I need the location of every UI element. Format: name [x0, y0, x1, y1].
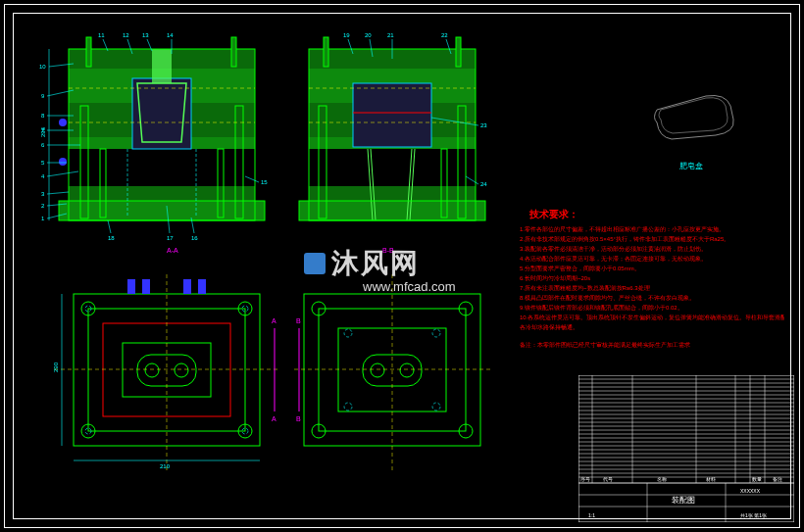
svg-rect-104 [183, 279, 191, 294]
svg-text:24: 24 [480, 181, 487, 187]
watermark: 沐风网 [304, 245, 420, 282]
svg-point-124 [432, 329, 440, 337]
svg-point-117 [371, 363, 384, 377]
svg-text:4: 4 [41, 173, 45, 179]
svg-point-126 [432, 403, 440, 411]
drawing-name: 装配图 [672, 496, 695, 505]
svg-point-92 [145, 363, 159, 377]
svg-text:17: 17 [167, 235, 174, 241]
svg-text:8: 8 [41, 113, 45, 119]
svg-point-123 [344, 329, 352, 337]
svg-rect-105 [198, 279, 206, 294]
watermark-logo-icon [304, 253, 326, 274]
title-block: 序号 代号 名称 材料 数量 备注 装配图 XXXXXX 共1张 第1张 1:1 [578, 375, 794, 522]
svg-text:2: 2 [41, 203, 45, 209]
svg-text:19: 19 [343, 32, 350, 38]
svg-text:16: 16 [191, 235, 198, 241]
svg-text:备注: 备注 [773, 476, 782, 482]
svg-rect-71 [456, 37, 461, 67]
svg-text:6: 6 [41, 142, 45, 148]
svg-text:B: B [296, 317, 301, 324]
svg-text:21: 21 [387, 32, 394, 38]
svg-text:7.所有未注表面粗糙度均~数总装配前按Ra6.3处理: 7.所有未注表面粗糙度均~数总装配前按Ra6.3处理 [520, 284, 650, 291]
svg-text:各冷却水路保持畅通。: 各冷却水路保持畅通。 [520, 324, 578, 330]
svg-text:9.镶件镶配后镶件背部必须和镶配孔底面贴合，间隙小于0.02: 9.镶件镶配后镶件背部必须和镶配孔底面贴合，间隙小于0.02。 [520, 304, 683, 311]
dim-width: 210 [160, 463, 171, 469]
bom-rows [578, 375, 794, 483]
drawing-no: XXXXXX [740, 488, 761, 494]
svg-line-27 [47, 192, 69, 194]
svg-rect-5 [59, 201, 265, 220]
notes-title: 技术要求： [528, 209, 578, 219]
svg-line-51 [245, 176, 259, 182]
svg-text:1: 1 [41, 216, 45, 221]
section-label-aa: A-A [167, 247, 178, 254]
svg-rect-103 [142, 279, 150, 294]
svg-text:15: 15 [261, 179, 268, 185]
svg-text:13: 13 [142, 32, 149, 38]
svg-text:数量: 数量 [752, 476, 762, 482]
svg-text:14: 14 [167, 32, 174, 38]
svg-rect-70 [324, 37, 328, 67]
svg-text:1.零件各部位的尺寸偏差，不得超出相应标准广播公差的：小孔应: 1.零件各部位的尺寸偏差，不得超出相应标准广播公差的：小孔应按更严实施。 [520, 225, 725, 232]
watermark-url: www.mfcad.com [363, 279, 456, 294]
svg-text:3.装配前各零件必须清洁干净，活动部分必须加注黄油润滑，防止: 3.装配前各零件必须清洁干净，活动部分必须加注黄油润滑，防止划伤。 [520, 245, 707, 252]
svg-text:12: 12 [123, 32, 129, 38]
svg-rect-13 [86, 37, 91, 67]
svg-text:9: 9 [41, 93, 45, 99]
svg-line-57 [108, 220, 111, 233]
svg-rect-102 [127, 279, 135, 294]
svg-text:11: 11 [98, 32, 105, 38]
technical-notes: 技术要求： 1.零件各部位的尺寸偏差，不得超出相应标准广播公差的：小孔应按更严实… [520, 206, 784, 372]
svg-text:5.分型面要求严密整合，间隙要小于0.05mm。: 5.分型面要求严密整合，间隙要小于0.05mm。 [520, 265, 640, 271]
svg-text:备注：本零部件图纸已经尺寸审核并能满足最终实际生产加工需求: 备注：本零部件图纸已经尺寸审核并能满足最终实际生产加工需求 [520, 341, 690, 348]
svg-text:6.长时间均匀冷却周期~20s: 6.长时间均匀冷却周期~20s [520, 275, 590, 281]
svg-text:B: B [296, 415, 301, 422]
svg-text:8.模具凸凹部件在配时要求间隙均匀、严丝合缝，不许有发白现象: 8.模具凸凹部件在配时要求间隙均匀、严丝合缝，不许有发白现象。 [520, 294, 695, 301]
svg-point-16 [59, 158, 67, 166]
svg-rect-64 [353, 83, 431, 147]
svg-text:1:1: 1:1 [588, 512, 595, 518]
svg-text:名称: 名称 [657, 476, 667, 482]
svg-text:2.所有非技术部规定的倒角按0.5×45°执行，铸件非加工表: 2.所有非技术部规定的倒角按0.5×45°执行，铸件非加工表面粗糙度不大于Ra2… [520, 235, 729, 242]
svg-text:22: 22 [441, 32, 448, 38]
svg-rect-4 [69, 186, 255, 201]
svg-point-93 [175, 363, 188, 377]
svg-text:A: A [272, 317, 276, 324]
svg-text:18: 18 [108, 235, 115, 241]
dim-plan-h: 290 [54, 362, 59, 372]
svg-text:A: A [272, 415, 276, 422]
svg-point-125 [344, 403, 352, 411]
svg-text:23: 23 [480, 122, 487, 128]
svg-line-29 [47, 171, 78, 176]
svg-rect-145 [578, 375, 794, 483]
svg-text:4.各活动配合部件应灵活可靠，无卡滞；各固定连接可靠，无松动: 4.各活动配合部件应灵活可靠，无卡滞；各固定连接可靠，无松动现象。 [520, 255, 707, 262]
view-plan-right: B B [294, 274, 490, 470]
view-front-section: 296 1 2 3 4 5 6 7 8 9 10 11 12 13 14 15 … [39, 29, 284, 260]
svg-text:5: 5 [41, 160, 45, 166]
svg-rect-14 [231, 37, 236, 67]
svg-point-15 [59, 119, 67, 126]
view-iso-part: 肥皂盒 [637, 78, 745, 157]
svg-text:序号: 序号 [580, 476, 590, 482]
svg-text:共1张 第1张: 共1张 第1张 [740, 512, 767, 518]
view-side-section: 19 20 21 22 23 24 B-B [294, 29, 490, 260]
svg-text:代号: 代号 [602, 476, 613, 482]
part-label: 肥皂盒 [637, 161, 745, 171]
svg-line-86 [466, 176, 478, 184]
watermark-text: 沐风网 [331, 245, 420, 282]
svg-text:材料: 材料 [705, 476, 716, 482]
svg-text:20: 20 [365, 32, 372, 38]
svg-text:3: 3 [41, 191, 45, 197]
svg-rect-62 [309, 186, 476, 201]
view-plan-left: A A 210 290 [54, 274, 279, 470]
svg-text:10: 10 [39, 64, 46, 70]
svg-point-118 [400, 363, 414, 377]
svg-text:10.各系统运作灵活可靠。顶出系统顶针不发生偏斜运动，复位弹: 10.各系统运作灵活可靠。顶出系统顶针不发生偏斜运动，复位弹簧均能准确滑动复位。… [520, 314, 784, 320]
